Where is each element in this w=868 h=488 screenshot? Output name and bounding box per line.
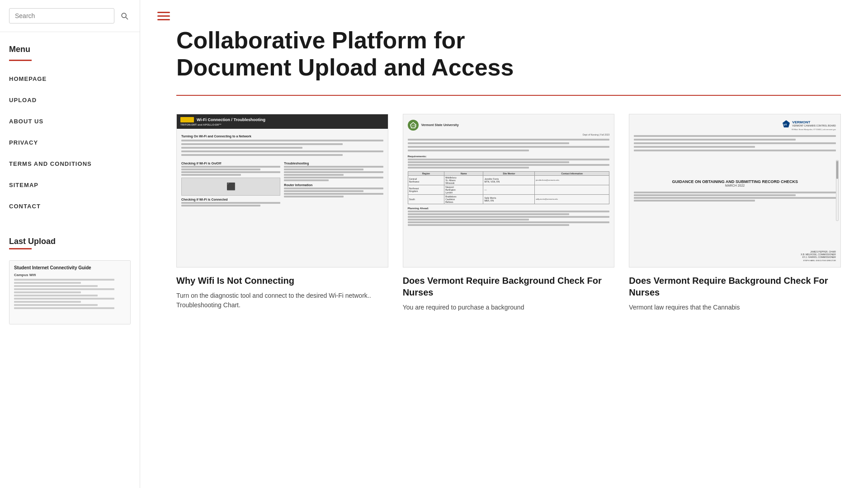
doc-line-5 <box>14 291 81 293</box>
sidebar-item-terms[interactable]: TERMS AND CONDITIONS <box>0 153 140 174</box>
doc-card-wifi-img: Wi-Fi Connection / Troubleshooting TRITO… <box>176 114 388 267</box>
doc3-guidance-title: GUIDANCE ON OBTAINING AND SUBMITTING REC… <box>634 179 836 184</box>
sidebar-item-about-us[interactable]: ABOUT US <box>0 111 140 132</box>
main-divider <box>176 95 841 96</box>
doc-card-vermont-1[interactable]: VSU Vermont State University Dept of Nur… <box>403 114 615 312</box>
search-input[interactable] <box>9 8 114 23</box>
search-icon <box>120 11 129 20</box>
doc-line-6 <box>14 295 98 296</box>
doc-line-2 <box>14 282 81 284</box>
doc-line-10 <box>14 307 114 309</box>
doc-line-9 <box>14 304 98 306</box>
last-upload-label: Last Upload <box>9 237 131 246</box>
svg-text:VSU: VSU <box>412 124 417 127</box>
table-row: Central/Northwest MiddleburySt. AlbansWi… <box>408 175 609 185</box>
doc1-device-img: ⬛ <box>181 178 280 196</box>
menu-label: Menu <box>0 32 140 58</box>
docs-grid: Wi-Fi Connection / Troubleshooting TRITO… <box>176 114 841 312</box>
doc1-col-left: Checking if Wi-Fi is On/Off ⬛ Checking i… <box>181 160 280 207</box>
sidebar-item-homepage[interactable]: HOMEPAGE <box>0 68 140 89</box>
card-vermont-1-desc: You are required to purchase a backgroun… <box>403 303 615 312</box>
doc1-two-col: Checking if Wi-Fi is On/Off ⬛ Checking i… <box>181 160 383 207</box>
doc3-body <box>634 191 836 202</box>
doc2-date: Dept of Nursing | Fall 2023 <box>408 133 610 136</box>
page-title: Collaborative Platform for Document Uplo… <box>176 27 583 81</box>
doc-thumbnail-vermont-1: VSU Vermont State University Dept of Nur… <box>403 114 614 267</box>
scrollbar-track <box>836 160 839 221</box>
doc2-logo: VSU <box>408 120 419 131</box>
doc-line-7 <box>14 298 114 300</box>
sidebar-nav: HOMEPAGE UPLOAD ABOUT US PRIVACY TERMS A… <box>0 61 140 224</box>
sidebar-item-contact[interactable]: CONTACT <box>0 196 140 217</box>
last-upload-doc-subtitle: Campus Wifi <box>14 273 126 277</box>
doc-card-vermont-2[interactable]: VT VERMONT Vermont Cannabis Control Boar… <box>629 114 841 312</box>
doc2-planning-ahead: Planning Ahead: <box>408 207 610 227</box>
vt-state-logo-icon: VSU <box>410 122 417 129</box>
doc1-col-right: Troubleshooting Router Information <box>284 160 383 207</box>
doc-thumbnail-wifi: Wi-Fi Connection / Troubleshooting TRITO… <box>177 114 388 267</box>
doc-card-wifi[interactable]: Wi-Fi Connection / Troubleshooting TRITO… <box>176 114 388 312</box>
menu-title-text: Menu <box>9 45 30 54</box>
search-area <box>0 0 140 32</box>
doc-line-8 <box>14 301 81 303</box>
doc-line-3 <box>14 285 98 287</box>
doc1-brand: Wi-Fi Connection / Troubleshooting <box>180 117 384 122</box>
doc3-header: VT VERMONT Vermont Cannabis Control Boar… <box>634 120 836 131</box>
last-upload-underline <box>9 248 32 249</box>
doc1-sec1: Turning On Wi-Fi and Connecting to a Net… <box>181 135 383 138</box>
sidebar-item-privacy[interactable]: PRIVACY <box>0 132 140 153</box>
doc1-subtitle: TRITON-D8® and APOLLO-D8™ <box>180 123 384 126</box>
last-upload-preview-inner: Student Internet Connectivity Guide Camp… <box>9 261 130 324</box>
doc3-title-block: GUIDANCE ON OBTAINING AND SUBMITTING REC… <box>634 179 836 187</box>
doc3-org-name: Vermont Cannabis Control Board <box>792 124 836 127</box>
doc-line-1 <box>14 279 114 281</box>
doc3-vt-text: VERMONT Vermont Cannabis Control Board <box>792 120 836 127</box>
doc-card-vermont-1-img: VSU Vermont State University Dept of Nur… <box>403 114 615 267</box>
table-row: NortheastKingdom NewportBurlingtonLyndon… <box>408 185 609 194</box>
doc3-logo-area: VT VERMONT Vermont Cannabis Control Boar… <box>782 120 836 131</box>
scrollbar-thumb <box>836 161 838 179</box>
doc2-uni-name: Vermont State University <box>421 123 459 127</box>
card-vermont-2-desc: Vermont law requires that the Cannabis <box>629 303 841 312</box>
doc3-signatures: JAMES PEPPER, CHAIR X.B. MELROSE, COMMIS… <box>634 243 836 262</box>
card-wifi-desc: Turn on the diagnostic tool and connect … <box>176 291 388 310</box>
sidebar-item-upload[interactable]: UPLOAD <box>0 89 140 111</box>
hamburger-line-1 <box>157 12 170 13</box>
doc-line-4 <box>14 288 114 290</box>
sidebar-item-sitemap[interactable]: SITEMAP <box>0 174 140 196</box>
card-vermont-1-title: Does Vermont Require Background Check Fo… <box>403 275 615 298</box>
last-upload-preview[interactable]: Student Internet Connectivity Guide Camp… <box>9 260 131 324</box>
search-button[interactable] <box>118 9 131 22</box>
doc-card-vermont-2-img: VT VERMONT Vermont Cannabis Control Boar… <box>629 114 841 267</box>
main-content: Collaborative Platform for Document Uplo… <box>140 0 868 488</box>
hamburger-line-2 <box>157 15 170 17</box>
vt-logo-icon: VT <box>782 120 790 128</box>
svg-text:VT: VT <box>783 123 787 126</box>
table-row: South BrattleboroCastletonBellows Sally … <box>408 194 609 204</box>
hamburger-menu[interactable] <box>154 8 174 24</box>
last-upload-doc-title: Student Internet Connectivity Guide <box>14 265 126 270</box>
doc3-logo-row: VT VERMONT Vermont Cannabis Control Boar… <box>782 120 836 128</box>
doc-thumbnail-vermont-2: VT VERMONT Vermont Cannabis Control Boar… <box>629 114 840 267</box>
doc2-requirements: Requirements: <box>408 155 610 169</box>
snapon-logo <box>180 117 194 122</box>
doc2-header: VSU Vermont State University <box>408 120 610 131</box>
last-upload-section: Last Upload <box>0 224 140 253</box>
doc1-header: Wi-Fi Connection / Troubleshooting TRITO… <box>177 114 388 129</box>
hamburger-line-3 <box>157 19 170 20</box>
card-vermont-2-title: Does Vermont Require Background Check Fo… <box>629 275 841 298</box>
sidebar: Menu HOMEPAGE UPLOAD ABOUT US PRIVACY TE… <box>0 0 140 488</box>
doc2-table: Region Name Site Mentor Contact Informat… <box>408 171 610 204</box>
doc1-wifi-title: Wi-Fi Connection / Troubleshooting <box>197 117 265 122</box>
card-wifi-title: Why Wifi Is Not Connecting <box>176 275 388 286</box>
doc3-guidance-date: MARCH 2022 <box>634 184 836 187</box>
